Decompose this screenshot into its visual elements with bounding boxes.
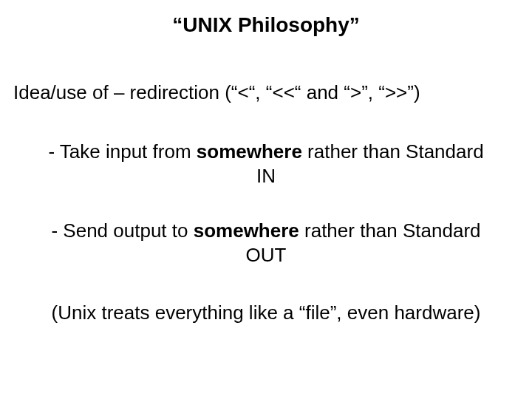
slide-subtitle: Idea/use of – redirection (“<“, “<<“ and… xyxy=(13,81,519,104)
bullet-output-bold: somewhere xyxy=(194,219,299,242)
bullet-input: - Take input from somewhere rather than … xyxy=(44,140,488,188)
bullet-input-bold: somewhere xyxy=(197,140,302,163)
bullet-output: - Send output to somewhere rather than S… xyxy=(44,219,488,267)
bullet-output-prefix: - Send output to xyxy=(51,219,193,242)
slide: “UNIX Philosophy” Idea/use of – redirect… xyxy=(0,13,532,399)
bullet-input-prefix: - Take input from xyxy=(48,140,196,163)
slide-title: “UNIX Philosophy” xyxy=(0,13,532,37)
footnote: (Unix treats everything like a “file”, e… xyxy=(44,301,488,325)
